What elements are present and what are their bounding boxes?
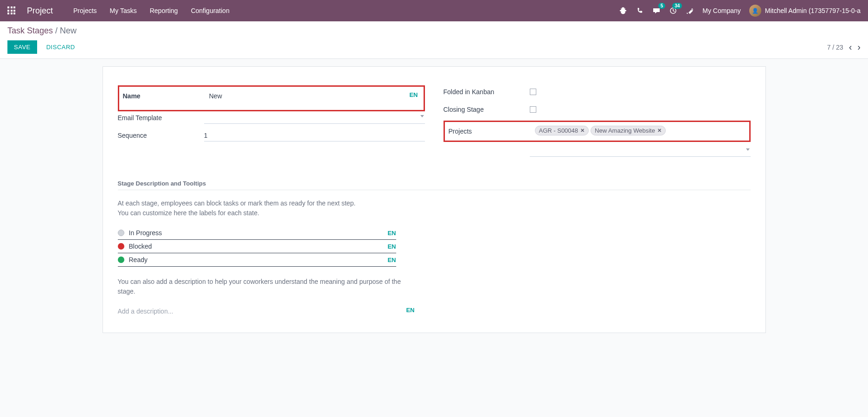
- svg-point-0: [622, 9, 625, 13]
- messages-icon[interactable]: 5: [652, 6, 661, 15]
- closing-label: Closing Stage: [444, 106, 530, 113]
- breadcrumb: Task Stages / New: [7, 26, 861, 36]
- state-dot-green-icon: [118, 257, 124, 263]
- state-lang[interactable]: EN: [387, 230, 396, 237]
- avatar: 👤: [749, 5, 761, 17]
- email-template-caret-icon[interactable]: [420, 115, 424, 117]
- projects-tags-empty[interactable]: [530, 144, 751, 157]
- bug-icon[interactable]: [619, 6, 627, 15]
- project-tag: AGR - S00048 ✕: [535, 126, 589, 135]
- state-in-progress-input[interactable]: [129, 229, 383, 237]
- apps-icon[interactable]: [7, 6, 16, 15]
- email-template-input[interactable]: [204, 112, 425, 124]
- user-name: Mitchell Admin (17357797-15-0-a: [765, 7, 861, 14]
- navbar: Project Projects My Tasks Reporting Conf…: [0, 0, 868, 21]
- name-lang[interactable]: EN: [409, 91, 418, 98]
- discard-button[interactable]: DISCARD: [40, 40, 82, 54]
- sequence-label: Sequence: [118, 132, 204, 139]
- projects-label: Projects: [449, 128, 535, 135]
- state-lang[interactable]: EN: [387, 243, 396, 250]
- activities-icon[interactable]: 34: [669, 6, 677, 15]
- pager-prev[interactable]: ‹: [849, 42, 852, 52]
- projects-caret-icon[interactable]: [746, 148, 750, 151]
- section-text-3: You can also add a description to help y…: [118, 277, 415, 296]
- closing-checkbox[interactable]: [530, 106, 536, 113]
- action-bar: Task Stages / New SAVE DISCARD 7 / 23 ‹ …: [0, 21, 868, 59]
- email-template-label: Email Template: [118, 114, 204, 122]
- nav-menu: Projects My Tasks Reporting Configuratio…: [73, 7, 230, 14]
- brand-title[interactable]: Project: [27, 6, 53, 16]
- state-row-in-progress: EN: [118, 226, 396, 240]
- state-blocked-input[interactable]: [129, 243, 383, 250]
- tools-icon[interactable]: [686, 6, 694, 15]
- pager: 7 / 23 ‹ ›: [827, 42, 861, 52]
- tag-remove-icon[interactable]: ✕: [657, 128, 662, 134]
- breadcrumb-root[interactable]: Task Stages: [7, 26, 53, 35]
- section-text-2: You can customize here the labels for ea…: [118, 208, 751, 218]
- state-row-blocked: EN: [118, 240, 396, 253]
- phone-icon[interactable]: [636, 6, 644, 15]
- tag-remove-icon[interactable]: ✕: [580, 128, 585, 134]
- user-menu[interactable]: 👤 Mitchell Admin (17357797-15-0-a: [749, 5, 861, 17]
- pager-next[interactable]: ›: [857, 42, 861, 52]
- description-lang[interactable]: EN: [406, 307, 414, 314]
- nav-projects[interactable]: Projects: [73, 7, 97, 14]
- state-row-ready: EN: [118, 253, 396, 267]
- description-input[interactable]: [118, 305, 415, 318]
- state-dot-grey-icon: [118, 230, 124, 236]
- project-tag: New Amazing Website ✕: [591, 126, 666, 135]
- save-button[interactable]: SAVE: [7, 40, 37, 54]
- nav-configuration[interactable]: Configuration: [191, 7, 229, 14]
- company-selector[interactable]: My Company: [702, 7, 740, 14]
- state-dot-red-icon: [118, 243, 124, 250]
- form-sheet: Name EN Email Template Sequenc: [103, 66, 766, 333]
- name-input[interactable]: [209, 90, 420, 102]
- nav-reporting[interactable]: Reporting: [150, 7, 178, 14]
- name-label: Name: [123, 92, 209, 100]
- pager-text: 7 / 23: [827, 44, 843, 51]
- projects-tags-field[interactable]: AGR - S00048 ✕ New Amazing Website ✕: [535, 125, 746, 138]
- section-divider: [118, 190, 751, 190]
- nav-my-tasks[interactable]: My Tasks: [110, 7, 137, 14]
- sequence-input[interactable]: [204, 130, 425, 141]
- section-text-1: At each stage, employees can block tasks…: [118, 199, 751, 208]
- folded-label: Folded in Kanban: [444, 88, 530, 96]
- name-highlight: Name EN: [118, 85, 425, 111]
- projects-highlight: Projects AGR - S00048 ✕ New Amazing Webs…: [444, 121, 751, 142]
- state-ready-input[interactable]: [129, 256, 383, 263]
- section-title: Stage Description and Tooltips: [118, 180, 751, 187]
- folded-checkbox[interactable]: [530, 89, 536, 95]
- state-lang[interactable]: EN: [387, 257, 396, 263]
- activities-badge: 34: [672, 3, 682, 9]
- breadcrumb-current: New: [60, 26, 77, 35]
- messages-badge: 5: [658, 3, 666, 9]
